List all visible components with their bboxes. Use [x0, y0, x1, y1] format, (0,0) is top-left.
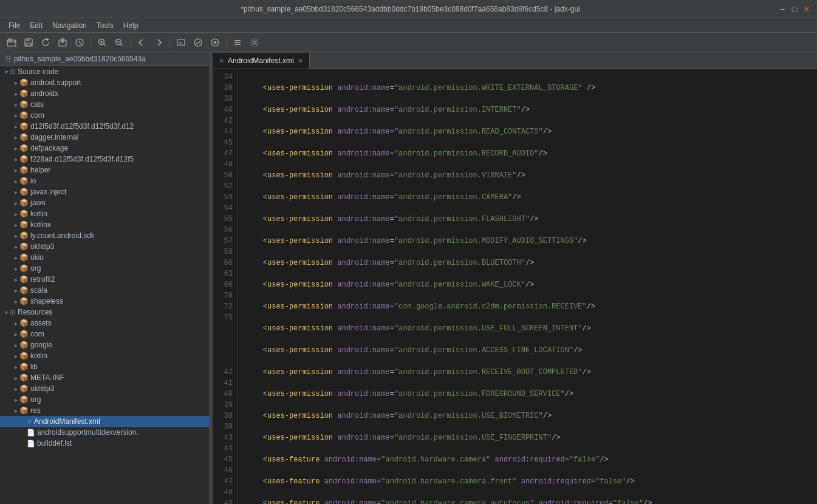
code-line-54: <uses-permission android:name="android.p… — [245, 345, 817, 356]
tree-dagger[interactable]: ▸ 📦 dagger.internal — [0, 132, 209, 143]
tree-kotlin-res[interactable]: ▸ 📦 kotlin — [0, 350, 209, 361]
tree-scala[interactable]: ▸ 📦 scala — [0, 285, 209, 296]
tree-builddef[interactable]: 📄 builddef.lst — [0, 438, 209, 449]
add-button[interactable] — [207, 35, 223, 50]
forward-button[interactable] — [151, 35, 166, 50]
svg-rect-4 — [27, 39, 29, 41]
tree-okhttp3-res[interactable]: ▸ 📦 okhttp3 — [0, 383, 209, 394]
tree-expand-source-code[interactable]: ▾ — [2, 69, 10, 75]
tree-shapeless[interactable]: ▸ 📦 shapeless — [0, 296, 209, 307]
toolbar-sep-1 — [91, 36, 91, 49]
tab-androidmanifest[interactable]: ⨯ AndroidManifest.xml ✕ — [213, 53, 310, 69]
save2-button[interactable] — [190, 35, 206, 50]
settings-button[interactable] — [230, 35, 245, 50]
tree-okio[interactable]: ▸ 📦 okio — [0, 252, 209, 263]
tree-defpackage[interactable]: ▸ 📦 defpackage — [0, 143, 209, 154]
tree-ly-count[interactable]: ▸ 📦 ly.count.android.sdk — [0, 230, 209, 241]
tree-item-source-code[interactable]: ▾ ⊙ Source code — [0, 66, 209, 77]
code-line-66: <uses-feature android:name="android.hard… — [245, 498, 817, 504]
tree-android-support[interactable]: ▸ 📦 android.support — [0, 77, 209, 88]
tree-google-res[interactable]: ▸ 📦 google — [0, 339, 209, 350]
menu-file[interactable]: File — [4, 20, 25, 31]
tree-cats[interactable]: ▸ 📦 cats — [0, 99, 209, 110]
project-icon: ☷ — [5, 55, 12, 63]
code-container[interactable]: 34 36 38 40 42 44 45 47 48 50 52 53 54 5… — [213, 69, 817, 504]
code-line-58: <uses-permission android:name="android.p… — [245, 432, 817, 443]
toolbar-sep-3 — [169, 36, 170, 49]
title-bar: *pithus_sample_ae05bbd31820c566543addbb0… — [0, 0, 817, 18]
project-label: pithus_sample_ae05bbd31820c566543a — [14, 55, 146, 63]
toolbar-sep-2 — [130, 36, 131, 49]
window-controls: − □ ✕ — [778, 5, 811, 13]
open-button[interactable] — [4, 35, 19, 50]
code-line-56: <uses-permission android:name="android.p… — [245, 389, 817, 400]
tree-com[interactable]: ▸ 📦 com — [0, 110, 209, 121]
code-line-55: <uses-permission android:name="android.p… — [245, 367, 817, 378]
refresh-button[interactable] — [38, 35, 53, 50]
menu-help[interactable]: Help — [118, 20, 143, 31]
tree-kotlinx[interactable]: ▸ 📦 kotlinx — [0, 219, 209, 230]
code-line-38: <uses-permission android:name="android.p… — [245, 126, 817, 137]
tree-javax[interactable]: ▸ 📦 javax.inject — [0, 186, 209, 197]
tab-icon-xml: ⨯ — [219, 57, 224, 65]
code-line-50: <uses-permission android:name="android.p… — [245, 279, 817, 290]
tab-bar: ⨯ AndroidManifest.xml ✕ — [213, 52, 817, 69]
toolbar-sep-4 — [226, 36, 227, 49]
export2-button[interactable] — [72, 35, 87, 50]
tree-resources[interactable]: ▾ ⊙ Resources — [0, 307, 209, 318]
project-header: ☷ pithus_sample_ae05bbd31820c566543a — [0, 52, 209, 66]
tree-androidmanifest[interactable]: ⨯ AndroidManifest.xml — [0, 416, 209, 427]
tree-androidx[interactable]: ▸ 📦 androidx — [0, 88, 209, 99]
editor-area: ⨯ AndroidManifest.xml ✕ 34 36 38 40 42 4… — [213, 52, 817, 504]
code-line-45: <uses-permission android:name="android.p… — [245, 214, 817, 225]
code-line-60: <uses-feature android:name="android.hard… — [245, 454, 817, 465]
minimize-button[interactable]: − — [778, 5, 787, 13]
tree-d12f5d3f[interactable]: ▸ 📦 d12f5d3f.d12f5d3f.d12f5d3f.d12 — [0, 121, 209, 132]
zoom-out-button[interactable] — [111, 35, 127, 50]
menu-navigation[interactable]: Navigation — [47, 20, 92, 31]
export-button[interactable] — [55, 35, 70, 50]
sidebar-resize-handle[interactable] — [210, 52, 213, 504]
tree-multidex[interactable]: 📄 androidsupportmultidexversion. — [0, 427, 209, 438]
code-line-34: <uses-permission android:name="android.p… — [245, 83, 817, 94]
decompile-button[interactable] — [173, 35, 189, 50]
tree-helper[interactable]: ▸ 📦 helper — [0, 165, 209, 175]
arrow[interactable]: ▸ — [12, 80, 19, 86]
tree-assets[interactable]: ▸ 📦 assets — [0, 318, 209, 329]
tree-okhttp3-sc[interactable]: ▸ 📦 okhttp3 — [0, 241, 209, 252]
menu-tools[interactable]: Tools — [92, 20, 118, 31]
tree-io[interactable]: ▸ 📦 io — [0, 175, 209, 186]
maximize-button[interactable]: □ — [790, 5, 799, 13]
tree-jawn[interactable]: ▸ 📦 jawn — [0, 197, 209, 208]
tab-close-button[interactable]: ✕ — [298, 57, 303, 65]
tree-retrofit2[interactable]: ▸ 📦 retrofit2 — [0, 274, 209, 285]
sidebar[interactable]: ☷ pithus_sample_ae05bbd31820c566543a ▾ ⊙… — [0, 52, 210, 504]
main-layout: ☷ pithus_sample_ae05bbd31820c566543a ▾ ⊙… — [0, 52, 817, 504]
code-line-42: <uses-permission android:name="android.p… — [245, 170, 817, 181]
tree-kotlin[interactable]: ▸ 📦 kotlin — [0, 208, 209, 219]
tree-org-sc[interactable]: ▸ 📦 org — [0, 263, 209, 274]
code-line-57: <uses-permission android:name="android.p… — [245, 410, 817, 421]
tree-com-res[interactable]: ▸ 📦 com — [0, 329, 209, 339]
svg-rect-13 — [234, 42, 241, 43]
back-button[interactable] — [134, 35, 149, 50]
tree-lib-res[interactable]: ▸ 📦 lib — [0, 361, 209, 372]
code-line-52: <uses-permission android:name="com.googl… — [245, 301, 817, 312]
code-line-48: <uses-permission android:name="android.p… — [245, 257, 817, 268]
svg-rect-14 — [234, 44, 241, 45]
zoom-in-button[interactable] — [94, 35, 110, 50]
save-button[interactable] — [21, 35, 36, 50]
tree-org-res[interactable]: ▸ 📦 org — [0, 394, 209, 405]
svg-rect-12 — [234, 40, 241, 41]
preferences-button[interactable] — [247, 35, 262, 50]
menu-edit[interactable]: Edit — [25, 20, 47, 31]
title-text: *pithus_sample_ae05bbd31820c566543addbb0… — [43, 5, 778, 13]
tree-res[interactable]: ▸ 📦 res — [0, 405, 209, 416]
close-button[interactable]: ✕ — [802, 5, 811, 13]
code-line-53: <uses-permission android:name="android.p… — [245, 323, 817, 334]
toolbar — [0, 33, 817, 52]
tree-meta-inf[interactable]: ▸ 📦 META-INF — [0, 372, 209, 383]
code-content: 34 36 38 40 42 44 45 47 48 50 52 53 54 5… — [213, 69, 817, 504]
code-editor[interactable]: <uses-permission android:name="android.p… — [238, 69, 817, 504]
tree-f228ad[interactable]: ▸ 📦 f228ad.d12f5d3f.d12f5d3f.d12f5 — [0, 154, 209, 165]
